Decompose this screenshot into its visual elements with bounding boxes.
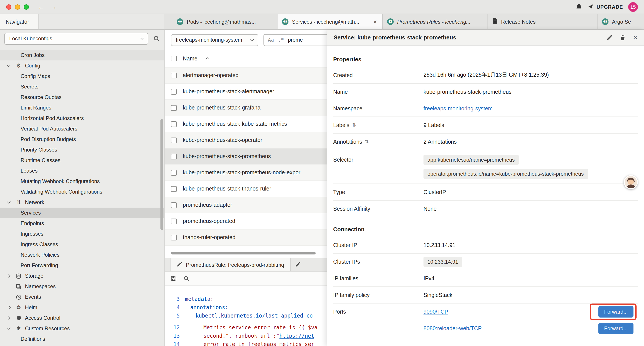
edit-pencil-icon[interactable] xyxy=(606,34,612,40)
sidebar-item-endpoints[interactable]: Endpoints xyxy=(0,218,164,229)
search-icon[interactable] xyxy=(183,275,190,281)
table-row[interactable]: kube-prometheus-stack-alertmanager xyxy=(165,84,326,100)
kubeconfig-select[interactable]: Local Kubeconfigs xyxy=(4,33,148,44)
upgrade-button[interactable]: UPGRADE xyxy=(587,3,623,10)
sidebar-item-definitions[interactable]: Definitions xyxy=(0,334,164,344)
notification-count-badge[interactable]: 15 xyxy=(628,2,638,11)
row-checkbox[interactable] xyxy=(171,137,177,143)
sidebar-item-network[interactable]: ⇅ Network xyxy=(0,197,164,208)
sidebar-scrollbar[interactable] xyxy=(160,119,163,230)
yaml-editor[interactable]: 3metadata: 4annotations: 5kubectl.kubern… xyxy=(165,286,326,346)
horizontal-scrollbar[interactable] xyxy=(171,252,316,255)
sidebar-item-port-forwarding[interactable]: Port Forwarding xyxy=(0,260,164,271)
service-details-drawer: Service: kube-prometheus-stack-prometheu… xyxy=(326,30,644,346)
port-link-8080-reloader-web[interactable]: 8080:reloader-web/TCP xyxy=(424,326,598,332)
table-row[interactable]: kube-prometheus-stack-grafana xyxy=(165,100,326,116)
property-row-namespace: Namespace freeleaps-monitoring-system xyxy=(333,100,638,117)
tab-argo[interactable]: ☸ Argo Se xyxy=(598,14,644,29)
row-checkbox[interactable] xyxy=(171,153,177,159)
table-row[interactable]: prometheus-operated xyxy=(165,213,326,230)
sidebar-item-priority-classes[interactable]: Priority Classes xyxy=(0,145,164,155)
expand-toggle-icon[interactable]: ⇅ xyxy=(352,122,356,128)
table-row[interactable]: alertmanager-operated xyxy=(165,67,326,84)
sidebar-item-custom-resources[interactable]: ✱ Custom Resources xyxy=(0,323,164,334)
assistant-avatar[interactable] xyxy=(624,175,638,189)
port-link-9090[interactable]: 9090/TCP xyxy=(424,309,598,315)
sort-ascending-icon[interactable] xyxy=(206,57,209,61)
sidebar-item-ingress-classes[interactable]: Ingress Classes xyxy=(0,239,164,250)
table-search-input[interactable]: Aa .* prome xyxy=(264,34,326,46)
expand-toggle-icon[interactable]: ⇅ xyxy=(365,139,369,145)
dock-tab-partial[interactable] xyxy=(291,258,305,271)
connection-row-cluster-ips: Cluster IPs 10.233.14.91 xyxy=(333,254,638,270)
notifications-bell-icon[interactable] xyxy=(576,3,582,10)
drawer-body: Properties Created 253d 16h 6m ago (2025… xyxy=(327,45,644,346)
property-row-session-affinity: Session Affinity None xyxy=(333,201,638,217)
dock-tab-prometheusrule[interactable]: PromethuesRule: freeleaps-prod-rabbitmq xyxy=(170,258,291,271)
regex-toggle[interactable]: .* xyxy=(278,37,284,43)
sidebar-item-ingresses[interactable]: Ingresses xyxy=(0,229,164,239)
back-arrow-icon[interactable]: ← xyxy=(38,3,45,10)
sidebar-item-events[interactable]: Events xyxy=(0,292,164,302)
sidebar-item-cron-jobs[interactable]: Cron Jobs xyxy=(0,50,164,60)
name-column-header[interactable]: Name xyxy=(183,55,198,61)
sidebar-item-vertical-pod-autoscalers[interactable]: Vertical Pod Autoscalers xyxy=(0,123,164,134)
tab-prometheus-rules[interactable]: ☸ Prometheus Rules - icecheng... xyxy=(383,14,488,29)
sidebar-item-runtime-classes[interactable]: Runtime Classes xyxy=(0,155,164,166)
row-checkbox[interactable] xyxy=(171,235,177,240)
sidebar-item-config-maps[interactable]: Config Maps xyxy=(0,71,164,81)
properties-section-heading: Properties xyxy=(333,45,638,67)
table-row[interactable]: kube-prometheus-stack-thanos-ruler xyxy=(165,181,326,197)
select-all-checkbox[interactable] xyxy=(171,56,177,61)
port-forward-button[interactable]: Forward... xyxy=(598,323,634,334)
sidebar-item-access-control[interactable]: Access Control xyxy=(0,313,164,323)
maximize-window-button[interactable] xyxy=(24,4,29,9)
table-row-selected[interactable]: kube-prometheus-stack-prometheus xyxy=(165,148,326,165)
row-checkbox[interactable] xyxy=(171,105,177,111)
table-row[interactable]: kube-prometheus-stack-kube-state-metrics xyxy=(165,116,326,132)
folded-region[interactable] xyxy=(165,320,326,324)
row-checkbox[interactable] xyxy=(171,186,177,192)
selector-chip: operator.prometheus.io/name=kube-prometh… xyxy=(424,169,588,179)
sidebar-item-namespaces[interactable]: Namespaces xyxy=(0,281,164,292)
row-checkbox[interactable] xyxy=(171,121,177,127)
row-checkbox[interactable] xyxy=(171,89,177,94)
save-icon[interactable] xyxy=(170,275,177,281)
url-link[interactable]: https://net xyxy=(280,333,314,339)
match-case-toggle[interactable]: Aa xyxy=(268,37,274,43)
sidebar-item-network-policies[interactable]: Network Policies xyxy=(0,250,164,260)
namespace-link[interactable]: freeleaps-monitoring-system xyxy=(424,105,492,111)
sidebar-item-horizontal-pod-autoscalers[interactable]: Horizontal Pod Autoscalers xyxy=(0,113,164,123)
table-row[interactable]: kube-prometheus-stack-prometheus-node-ex… xyxy=(165,165,326,181)
tab-release-notes[interactable]: Release Notes xyxy=(488,14,598,29)
table-row[interactable]: prometheus-adapter xyxy=(165,197,326,213)
tab-services[interactable]: ☸ Services - icecheng@math... × xyxy=(278,14,383,29)
sidebar-item-config[interactable]: ⚙ Config xyxy=(0,60,164,71)
sidebar-item-validating-webhook-configurations[interactable]: Validating Webhook Configurations xyxy=(0,187,164,197)
row-checkbox[interactable] xyxy=(171,218,177,224)
close-icon[interactable]: × xyxy=(633,34,638,41)
sidebar-item-services[interactable]: Services xyxy=(0,208,164,218)
sidebar-item-secrets[interactable]: Secrets xyxy=(0,81,164,92)
search-icon[interactable] xyxy=(153,35,160,42)
namespace-select[interactable]: freeleaps-monitoring-system xyxy=(171,34,258,46)
tab-pods[interactable]: ☸ Pods - icecheng@mathmas... xyxy=(172,14,278,29)
port-forward-button[interactable]: Forward... xyxy=(598,306,634,318)
sidebar-item-leases[interactable]: Leases xyxy=(0,166,164,176)
row-checkbox[interactable] xyxy=(171,202,177,208)
table-row[interactable]: thanos-ruler-operated xyxy=(165,230,326,246)
sidebar-item-resource-quotas[interactable]: Resource Quotas xyxy=(0,92,164,102)
row-checkbox[interactable] xyxy=(171,170,177,175)
sidebar-item-helm[interactable]: ☸ Helm xyxy=(0,302,164,313)
row-checkbox[interactable] xyxy=(171,72,177,78)
sidebar-item-limit-ranges[interactable]: Limit Ranges xyxy=(0,102,164,113)
minimize-window-button[interactable] xyxy=(15,4,20,9)
sidebar-item-pod-disruption-budgets[interactable]: Pod Disruption Budgets xyxy=(0,134,164,145)
forward-arrow-icon[interactable]: → xyxy=(50,3,57,10)
sidebar-item-mutating-webhook-configurations[interactable]: Mutating Webhook Configurations xyxy=(0,176,164,187)
table-row[interactable]: kube-prometheus-stack-operator xyxy=(165,132,326,148)
sidebar-item-storage[interactable]: Storage xyxy=(0,271,164,281)
close-window-button[interactable] xyxy=(6,4,12,9)
close-tab-icon[interactable]: × xyxy=(372,18,378,25)
delete-trash-icon[interactable] xyxy=(620,34,626,40)
